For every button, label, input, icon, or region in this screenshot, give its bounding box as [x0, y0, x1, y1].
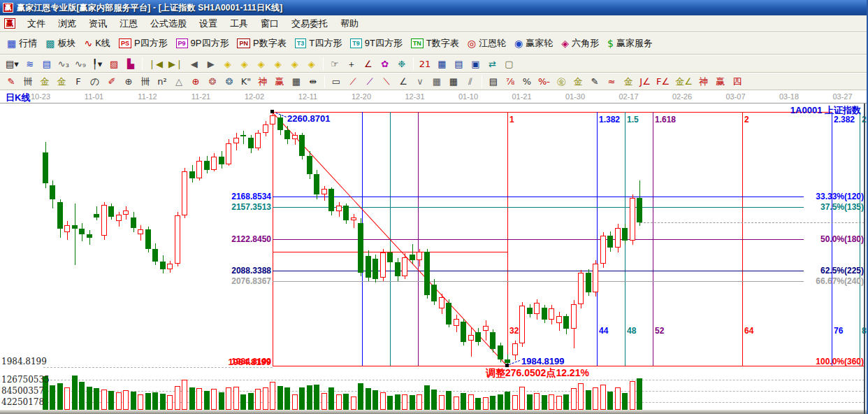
web-red-tool[interactable]: ❂ — [204, 75, 221, 88]
red-pattern-icon[interactable]: ▨ — [106, 57, 122, 71]
hexagon-button[interactable]: ◈六角形 — [557, 35, 603, 52]
tick-grid-tool[interactable]: 卌 — [137, 75, 154, 88]
gold-circle-tool[interactable]: ㊎ — [553, 75, 570, 88]
gann-wheel-button[interactable]: ◎江恩轮 — [463, 35, 510, 52]
winner-wheel-button[interactable]: ◉赢家轮 — [510, 35, 557, 52]
sectors-button[interactable]: ▩板块 — [41, 35, 80, 52]
kline-period-dropdown[interactable]: ▤▾ — [3, 57, 22, 71]
menu-item-4[interactable]: 公式选股 — [144, 16, 193, 31]
angle-fan-tool[interactable]: △ — [171, 75, 187, 88]
gann-gold-grid-tool[interactable]: 金 — [36, 75, 53, 88]
arrow-right-diamond[interactable]: ◈ — [236, 57, 253, 71]
color-histogram-icon[interactable]: ▙ — [122, 57, 139, 71]
kline-mode-label: 日K线 — [6, 92, 30, 104]
arrow-all-diamond[interactable]: ◈ — [303, 57, 320, 71]
menu-item-3[interactable]: 江恩 — [113, 16, 144, 31]
spiral-tool[interactable]: ❉ — [393, 57, 410, 71]
candle — [138, 229, 143, 234]
computer-icon[interactable]: ▢ — [500, 57, 517, 71]
ruler-grid-tool[interactable]: ▦ — [288, 75, 305, 88]
grid-box2-tool[interactable]: ▦ — [445, 75, 462, 88]
menu-item-0[interactable]: 文件 — [21, 16, 52, 31]
shen-grid-tool[interactable]: 神 — [254, 75, 271, 88]
shen-angle-tool[interactable]: 神 — [695, 75, 712, 88]
angle-measure-tool[interactable]: ∠ — [360, 57, 377, 71]
kline-button[interactable]: ∿K线 — [80, 35, 114, 52]
save-icon[interactable]: ▣ — [467, 57, 484, 71]
menu-item-2[interactable]: 资讯 — [82, 16, 113, 31]
gold-lines-tool[interactable]: 金 — [570, 75, 586, 88]
t-number-table-button[interactable]: TNT数字表 — [407, 35, 463, 52]
ying-grid-tool[interactable]: 赢 — [271, 75, 288, 88]
web-grid-tool[interactable]: ❂ — [221, 75, 238, 88]
notepad-icon[interactable]: ▤ — [450, 57, 467, 71]
candle-style-dropdown[interactable]: ╿▾ — [89, 57, 106, 71]
winner-service-button[interactable]: $赢家服务 — [603, 35, 657, 52]
percent-fraction-tool[interactable]: ⅞ — [502, 75, 519, 88]
flower-tool[interactable]: ✿ — [377, 57, 393, 71]
gann-grid-tool[interactable]: 卌 — [20, 75, 36, 88]
f-angle-tool[interactable]: F∠ — [653, 75, 672, 88]
wave-band-tool[interactable]: ≈ — [603, 75, 620, 88]
menu-item-5[interactable]: 设置 — [193, 16, 224, 31]
percent-tool[interactable]: % — [519, 75, 535, 88]
box-tool[interactable]: ▭ — [328, 75, 345, 88]
nav-next-button[interactable]: ▶ — [203, 57, 219, 71]
wave-9-icon[interactable]: ∿₉ — [72, 57, 89, 71]
calculator-icon[interactable]: ▦ — [433, 57, 450, 71]
info-panel-icon[interactable]: ▤ — [38, 57, 55, 71]
k-quote-tool[interactable]: K" — [238, 75, 254, 88]
9t-square-button[interactable]: T99T四方形 — [346, 35, 407, 52]
candle-wick — [243, 131, 244, 143]
gann-spiral-tool[interactable]: の — [87, 75, 103, 88]
span-arrows-tool[interactable]: ⇹ — [305, 75, 321, 88]
9t-square-button-label: 9T四方形 — [365, 37, 403, 50]
p-square-button[interactable]: PSP四方形 — [115, 35, 172, 52]
brush-grid-tool[interactable]: ✐ — [103, 75, 120, 88]
hand-tool[interactable]: ☞ — [326, 57, 343, 71]
calendar-icon[interactable]: 21 — [417, 57, 434, 71]
gold-angle-tool[interactable]: 金∠ — [672, 75, 695, 88]
network-icon[interactable]: ⇄ — [484, 57, 500, 71]
gold-band-tool[interactable]: 金 — [620, 75, 637, 88]
fan-box-tool[interactable]: ⟍ — [378, 75, 395, 88]
nav-first-button[interactable]: ❘◀ — [145, 57, 166, 71]
brush-tool[interactable]: ✎ — [3, 75, 20, 88]
menu-item-8[interactable]: 交易委托 — [285, 16, 334, 31]
zigzag-pattern-icon[interactable]: ≋ — [22, 57, 38, 71]
circle-cross-tool[interactable]: ⊕ — [187, 75, 204, 88]
n2-grid-tool[interactable]: n² — [154, 75, 171, 88]
grid-box-tool[interactable]: ▦ — [428, 75, 445, 88]
menu-item-6[interactable]: 工具 — [224, 16, 254, 31]
percent-list-tool[interactable]: ▤ — [485, 75, 502, 88]
arrow-left-diamond[interactable]: ◈ — [219, 57, 236, 71]
fan-red-tool[interactable]: ⟋ — [345, 75, 361, 88]
arrow-hexpand-diamond[interactable]: ◈ — [253, 57, 270, 71]
compass-circle-tool[interactable]: ⊕ — [120, 75, 137, 88]
p-number-table-button[interactable]: PNP数字表 — [233, 35, 290, 52]
quotes-button[interactable]: ▦行情 — [3, 35, 41, 52]
nav-prev-button[interactable]: ◀ — [186, 57, 203, 71]
marker-pen-tool[interactable]: ✎ — [586, 75, 603, 88]
chart-area[interactable]: 1A0001 上证指数 1321.382441.5481.618522642.3… — [0, 104, 868, 414]
gann-f-grid-tool[interactable]: F — [70, 75, 87, 88]
fan-purple-tool[interactable]: ⟋ — [361, 75, 378, 88]
trend-angle-tool[interactable]: ∠ — [395, 75, 412, 88]
wave-3-icon[interactable]: ∿₃ — [55, 57, 72, 71]
gann-gold-grid2-tool[interactable]: 金 — [53, 75, 70, 88]
parallel-lines-tool[interactable]: ⫽ — [462, 75, 479, 88]
menu-item-7[interactable]: 窗口 — [254, 16, 285, 31]
ying-angle-tool[interactable]: 赢 — [712, 75, 729, 88]
si-angle-tool[interactable]: 四 — [729, 75, 746, 88]
t-square-button[interactable]: T3T四方形 — [291, 35, 346, 52]
percent-line-tool[interactable]: %- — [535, 75, 553, 88]
arrow-hshrink-diamond[interactable]: ◈ — [270, 57, 287, 71]
menu-item-1[interactable]: 浏览 — [52, 16, 82, 31]
crosshair-tool[interactable]: ＋ — [343, 57, 360, 71]
j-angle-tool[interactable]: J∠ — [637, 75, 653, 88]
arrow-vexpand-diamond[interactable]: ◈ — [287, 57, 303, 71]
menu-item-9[interactable]: 帮助 — [334, 16, 365, 31]
9p-square-button[interactable]: P99P四方形 — [172, 35, 233, 52]
v-lines-tool[interactable]: ∨ — [412, 75, 428, 88]
nav-last-button[interactable]: ▶❘ — [166, 57, 186, 71]
